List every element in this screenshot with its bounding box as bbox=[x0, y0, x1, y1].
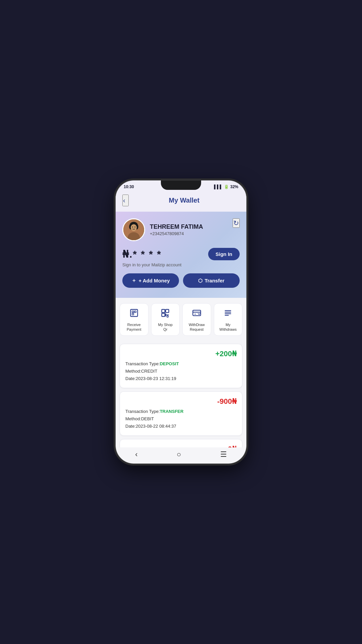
transaction-date-1: Date:2023-08-23 12:31:19 bbox=[125, 375, 237, 382]
quick-action-receive-payment[interactable]: ReceivePayment bbox=[120, 303, 148, 336]
svg-rect-14 bbox=[166, 310, 169, 313]
transaction-detail-1: Transaction Type:DEPOSIT Method:CREDIT D… bbox=[125, 360, 237, 382]
transaction-detail-2: Transaction Type:TRANSFER Method:DEBIT D… bbox=[125, 408, 237, 430]
svg-rect-19 bbox=[193, 310, 200, 316]
user-details: TEHREEM FATIMA +2342547809874 bbox=[150, 223, 240, 236]
sign-in-button[interactable]: Sign In bbox=[208, 248, 240, 260]
my-withdraws-icon bbox=[223, 308, 233, 320]
my-withdraws-label: MyWithdraws bbox=[220, 322, 237, 332]
transaction-date-2: Date:2023-08-22 08:44:37 bbox=[125, 423, 237, 430]
app-content: ‹ My Wallet ↻ bbox=[116, 191, 246, 447]
menu-gesture-icon[interactable]: ☰ bbox=[220, 450, 227, 459]
transactions-list: +200₦ Transaction Type:DEPOSIT Method:CR… bbox=[116, 341, 246, 447]
transaction-card: +200₦ Transaction Type:DEPOSIT Method:CR… bbox=[120, 344, 242, 388]
transaction-type-2: Transaction Type:TRANSFER bbox=[125, 408, 237, 415]
back-gesture-icon[interactable]: ‹ bbox=[135, 450, 137, 459]
transaction-card: -900₦ Transaction Type:TRANSFER Method:D… bbox=[120, 391, 242, 436]
transaction-type-1: Transaction Type:DEPOSIT bbox=[125, 360, 237, 368]
status-icons: ▌▌▌ 🔋 32% bbox=[214, 184, 238, 189]
transfer-label: Transfer bbox=[204, 278, 224, 283]
page-header: ‹ My Wallet bbox=[116, 191, 246, 212]
add-money-button[interactable]: ＋ + Add Money bbox=[122, 273, 179, 288]
plus-icon: ＋ bbox=[131, 277, 136, 284]
balance-row: ₦.* * * * Sign In bbox=[122, 248, 240, 260]
refresh-button[interactable]: ↻ bbox=[233, 218, 240, 228]
battery-percent: 32% bbox=[230, 184, 238, 189]
status-time: 10:30 bbox=[124, 184, 134, 189]
svg-point-8 bbox=[134, 226, 135, 227]
home-gesture-icon[interactable]: ○ bbox=[177, 450, 181, 459]
quick-actions: ReceivePayment My ShopQr bbox=[116, 298, 246, 341]
notch bbox=[161, 180, 201, 190]
svg-rect-12 bbox=[132, 313, 134, 315]
my-shop-qr-label: My ShopQr bbox=[158, 322, 173, 332]
my-shop-qr-icon bbox=[161, 308, 170, 320]
withdraw-request-icon bbox=[192, 308, 201, 320]
transaction-amount-2: -900₦ bbox=[125, 397, 237, 406]
receive-payment-label: ReceivePayment bbox=[127, 322, 141, 332]
transfer-button[interactable]: ⬡ Transfer bbox=[183, 273, 240, 288]
balance-amount: ₦.* * * * bbox=[122, 248, 162, 260]
back-button[interactable]: ‹ bbox=[122, 195, 129, 206]
quick-action-my-shop-qr[interactable]: My ShopQr bbox=[151, 303, 180, 336]
svg-rect-10 bbox=[132, 311, 134, 313]
user-info: TEHREEM FATIMA +2342547809874 bbox=[122, 218, 240, 241]
svg-point-7 bbox=[132, 226, 133, 227]
add-money-label: + Add Money bbox=[138, 278, 170, 283]
signal-icon: ▌▌▌ bbox=[214, 184, 223, 189]
quick-action-my-withdraws[interactable]: MyWithdraws bbox=[214, 303, 243, 336]
svg-point-18 bbox=[167, 316, 169, 317]
svg-rect-13 bbox=[162, 310, 165, 313]
user-name: TEHREEM FATIMA bbox=[150, 223, 240, 230]
page-title: My Wallet bbox=[129, 197, 240, 204]
receive-payment-icon bbox=[129, 308, 139, 320]
transaction-amount-3: -0₦ bbox=[125, 445, 237, 447]
transaction-method-2: Method:DEBIT bbox=[125, 415, 237, 423]
transaction-card: -0₦ Transaction Type:TRANSFER Method:DEB… bbox=[120, 439, 242, 447]
bottom-bar: ‹ ○ ☰ bbox=[116, 447, 246, 464]
user-phone: +2342547809874 bbox=[150, 231, 240, 236]
phone-shell: 10:30 ▌▌▌ 🔋 32% ‹ My Wallet ↻ bbox=[116, 180, 246, 464]
avatar-image bbox=[123, 219, 144, 240]
balance-hint: Sign in to your Mailzip account bbox=[122, 262, 240, 267]
action-buttons: ＋ + Add Money ⬡ Transfer bbox=[122, 273, 240, 288]
transfer-icon: ⬡ bbox=[198, 278, 202, 284]
withdraw-request-label: WithDrawRequest bbox=[189, 322, 205, 332]
transaction-method-1: Method:CREDIT bbox=[125, 368, 237, 375]
svg-rect-9 bbox=[130, 310, 137, 317]
battery-icon: 🔋 bbox=[224, 184, 229, 189]
avatar bbox=[122, 218, 145, 241]
svg-rect-15 bbox=[162, 313, 165, 316]
svg-rect-11 bbox=[134, 311, 136, 313]
quick-action-withdraw-request[interactable]: WithDrawRequest bbox=[182, 303, 211, 336]
svg-point-6 bbox=[131, 224, 137, 231]
wallet-banner: ↻ bbox=[116, 212, 246, 298]
transaction-amount-1: +200₦ bbox=[125, 350, 237, 358]
